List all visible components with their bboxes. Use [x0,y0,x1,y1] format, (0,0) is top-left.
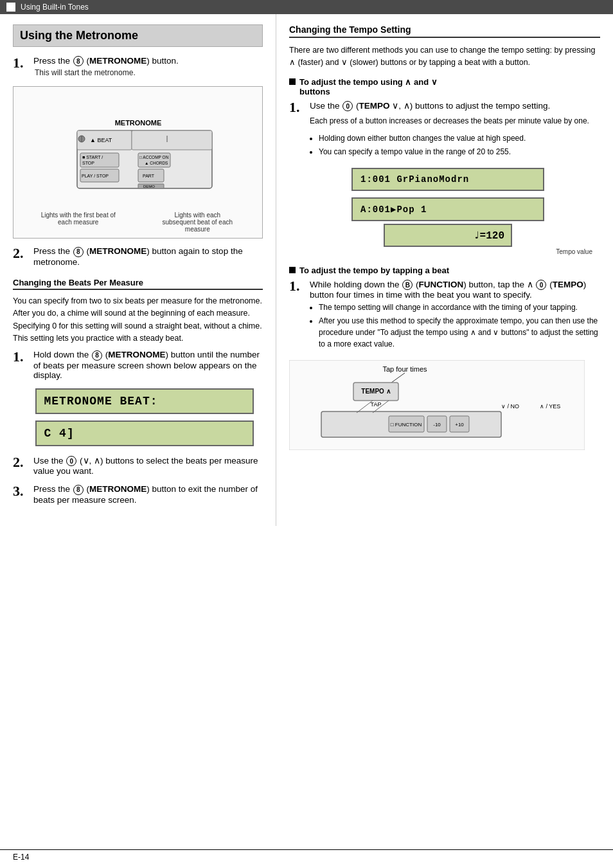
metronome-svg: METRONOME ▲ BEAT ■ START / STOP □ ACCOMP… [39,92,238,208]
step-1-number: 1. [13,56,31,70]
step-2-number: 2. [13,246,31,260]
header-label: Using Built-in Tones [21,3,89,12]
right-step2-circle1: B [402,280,413,290]
svg-text:DEMO: DEMO [143,185,155,188]
bullet-4: After you use this method to specify the… [319,315,600,350]
sub-heading-1: To adjust the tempo using ∧ and ∨ button… [289,77,600,96]
svg-text:□ ACCOMP ON: □ ACCOMP ON [139,155,169,159]
sub-heading-2: To adjust the tempo by tapping a beat [289,266,600,275]
bullet-1: Holding down either button changes the v… [319,132,600,144]
metronome-diagram: METRONOME ▲ BEAT ■ START / STOP □ ACCOMP… [13,86,263,239]
right-step-2-text: While holding down the B (FUNCTION) butt… [310,279,600,300]
step2-circle: 8 [73,247,84,257]
svg-text:+10: +10 [455,422,464,428]
right-step-1: 1. Use the 0 (TEMPO ∨, ∧) buttons to adj… [289,100,600,161]
tap-diagram-svg: Tap four times TEMPO ∧ TAP □ FUNCTION -1… [289,360,585,450]
step-4: 2. Use the 0 (∨, ∧) buttons to select th… [13,455,263,478]
header-bar: Using Built-in Tones [0,0,613,14]
svg-text:TAP: TAP [371,401,382,408]
caption-left: Lights with the first beat of each measu… [40,212,117,233]
lcd2-line1: 1:001 GrPianoModrn [351,168,544,191]
sub2-title: To adjust the tempo by tapping a beat [299,266,449,275]
svg-text:∨ / NO: ∨ / NO [501,403,519,410]
right-step1-circle: 0 [342,101,353,111]
step2-bold: METRONOME [89,246,147,256]
step1-circle: 8 [73,56,84,66]
svg-text:METRONOME: METRONOME [114,119,161,127]
svg-text:PART: PART [143,174,155,178]
step4-circle: 0 [66,456,76,466]
black-square-1 [289,78,296,85]
tap-diagram: Tap four times TEMPO ∧ TAP □ FUNCTION -1… [289,360,600,452]
section-title-metronome: Using the Metronome [13,24,263,47]
svg-text:□ FUNCTION: □ FUNCTION [391,422,422,428]
right-body1: There are two different methods you can … [289,44,600,69]
step-1-text: Press the 8 (METRONOME) button. [33,56,263,66]
step-3-text: Hold down the 8 (METRONOME) button until… [33,350,263,379]
step1-before: Press the [33,56,70,66]
step1-after: button. [152,56,179,66]
step5-circle: 8 [73,485,84,495]
right-bullet-list-2: The tempo setting will change in accorda… [319,302,600,350]
step-5-content: Press the 8 (METRONOME) button to exit t… [33,484,263,506]
step3-bold: METRONOME [108,350,165,359]
right-step1-bold: TEMPO [359,101,390,111]
step-2: 2. Press the 8 (METRONOME) button again … [13,246,263,268]
step2-before: Press the [33,246,70,256]
step-1: 1. Press the 8 (METRONOME) button. This … [13,56,263,80]
step-4-number: 2. [13,455,31,469]
bullet-3: The tempo setting will change in accorda… [319,302,600,313]
lcd-line2: C 4] [35,420,254,446]
step4-symbols: (∨, ∧) [80,456,103,466]
right-step-2: 1. While holding down the B (FUNCTION) b… [289,279,600,354]
svg-text:▲ BEAT: ▲ BEAT [90,137,112,143]
lcd-line1: METRONOME BEAT: [35,388,254,414]
svg-text:■ START /: ■ START / [82,155,103,159]
diagram-caption: Lights with the first beat of each measu… [19,212,257,233]
right-step-1-number: 1. [289,100,307,114]
lcd2-line2: A:001▶Pop 1 [351,197,544,221]
sub1-title: To adjust the tempo using ∧ and ∨ button… [299,77,438,96]
subsection-beats: Changing the Beats Per Measure [13,278,263,290]
step1-bold: METRONOME [89,56,147,66]
header-icon [6,3,15,12]
caption-right: Lights with each subsequent beat of each… [159,212,236,233]
right-step-2-content: While holding down the B (FUNCTION) butt… [310,279,600,354]
step5-before: Press the [33,484,70,494]
right-step-1-text: Use the 0 (TEMPO ∨, ∧) buttons to adjust… [310,100,600,111]
step-1-sub: This will start the metronome. [35,68,263,77]
right-step-2-number: 1. [289,279,307,293]
footer: E-14 [0,849,613,862]
lcd-display-1: METRONOME BEAT: C 4] [26,388,263,446]
svg-text:TEMPO ∧: TEMPO ∧ [361,388,390,395]
svg-text:STOP: STOP [82,161,94,165]
lcd-display-2: 1:001 GrPianoModrn A:001▶Pop 1 ♩=120 Tem… [296,168,600,255]
step-4-content: Use the 0 (∨, ∧) buttons to select the b… [33,455,263,478]
step-2-text: Press the 8 (METRONOME) button again to … [33,246,263,266]
left-column: Using the Metronome 1. Press the 8 (METR… [0,14,276,526]
step-2-content: Press the 8 (METRONOME) button again to … [33,246,263,268]
main-container: Using the Metronome 1. Press the 8 (METR… [0,14,613,526]
right-section-title: Changing the Tempo Setting [289,24,600,38]
tempo-label: Tempo value [296,248,594,255]
step-1-content: Press the 8 (METRONOME) button. This wil… [33,56,263,80]
bullet-2: You can specify a tempo value in the ran… [319,146,600,158]
svg-text:Tap four times: Tap four times [382,365,427,373]
svg-text:-10: -10 [433,422,441,428]
step3-circle: 8 [92,350,102,361]
black-square-2 [289,267,296,273]
step-3-content: Hold down the 8 (METRONOME) button until… [33,350,263,381]
right-column: Changing the Tempo Setting There are two… [276,14,613,526]
step3-before: Hold down the [33,350,89,359]
step5-bold: METRONOME [89,484,147,494]
right-bullet-list-1: Holding down either button changes the v… [319,132,600,158]
right-step-1-content: Use the 0 (TEMPO ∨, ∧) buttons to adjust… [310,100,600,161]
svg-text:PLAY / STOP: PLAY / STOP [82,174,109,178]
step4-before: Use the [33,456,64,466]
step-3: 1. Hold down the 8 (METRONOME) button un… [13,350,263,381]
svg-text:∧ / YES: ∧ / YES [540,403,560,410]
right-body2: Each press of a button increases or decr… [310,115,600,127]
svg-rect-5 [132,131,212,150]
footer-page-num: E-14 [13,853,29,862]
right-step2-circle2: 0 [536,280,546,290]
